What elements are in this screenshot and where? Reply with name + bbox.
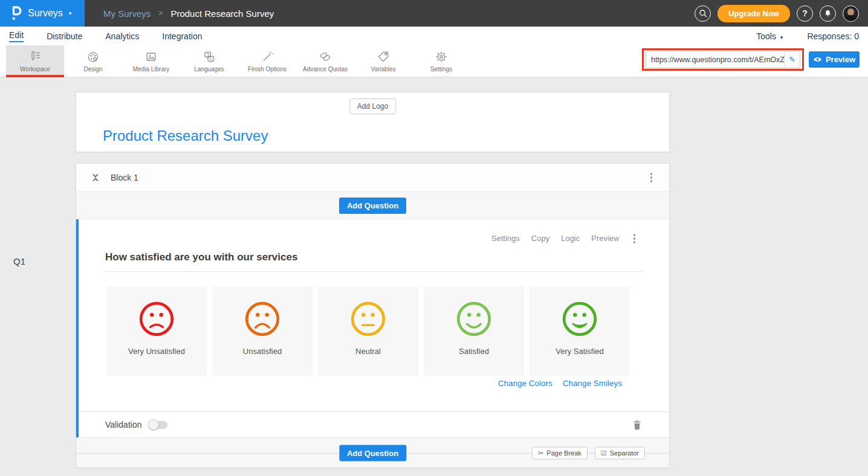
add-logo-button[interactable]: Add Logo xyxy=(349,98,396,114)
checkbox-checked-icon: ☑ xyxy=(601,449,607,457)
link-icon xyxy=(319,50,332,63)
tools-label: Tools xyxy=(756,31,776,41)
tools-dropdown[interactable]: Tools ▾ xyxy=(756,31,783,41)
upgrade-now-button[interactable]: Upgrade Now xyxy=(717,5,790,22)
question-text[interactable]: How satisfied are you with our services xyxy=(105,251,297,263)
top-bar: Surveys ▾ My Surveys > Product Research … xyxy=(0,0,868,27)
workspace-canvas: Q1 Add Logo Product Research Survey Bloc… xyxy=(0,77,868,476)
tag-icon xyxy=(377,50,390,63)
separator-button[interactable]: ☑ Separator xyxy=(595,446,645,459)
tab-label: Variables xyxy=(371,66,396,72)
block-title[interactable]: Block 1 xyxy=(111,173,138,182)
survey-link-url[interactable]: https://www.questionpro.com/t/AEmOxZ xyxy=(646,56,784,64)
add-question-strip: Add Question xyxy=(76,192,669,219)
chevron-down-icon: ▾ xyxy=(69,10,72,16)
tab-label: Languages xyxy=(194,66,224,72)
tab-settings[interactable]: Settings xyxy=(412,45,470,77)
block-footer: Add Question ✂ Page Break ☑ Separator xyxy=(76,437,669,468)
nav-item-edit[interactable]: Edit xyxy=(9,30,24,42)
surveys-dropdown[interactable]: Surveys ▾ xyxy=(0,0,85,27)
page-break-label: Page Break xyxy=(546,449,581,457)
preview-label: Preview xyxy=(826,55,855,64)
edit-link-button[interactable]: ✎ xyxy=(784,51,800,68)
pencil-icon: ✎ xyxy=(789,55,795,64)
smiley-mouth xyxy=(256,324,270,327)
tab-advance-quotas[interactable]: Advance Quotas xyxy=(296,45,354,77)
product-name: Surveys xyxy=(28,8,63,19)
workspace-icon xyxy=(28,50,42,63)
smiley-very-satisfied-icon xyxy=(560,299,600,339)
add-question-button-bottom[interactable]: Add Question xyxy=(339,445,406,461)
block-menu-kebab-icon[interactable] xyxy=(648,170,655,185)
search-button[interactable] xyxy=(695,5,711,22)
breadcrumb-current: Product Research Survey xyxy=(170,8,274,19)
option-label: Satisfied xyxy=(459,347,489,356)
smiley-neutral-icon xyxy=(348,299,388,339)
question-settings-link[interactable]: Settings xyxy=(491,234,520,243)
tab-label: Workspace xyxy=(20,66,50,72)
tab-workspace[interactable]: Workspace xyxy=(6,45,64,77)
smiley-unsatisfied-icon xyxy=(242,299,282,339)
smiley-option-very-unsatisfied[interactable]: Very Unsatisfied xyxy=(106,286,207,376)
tab-variables[interactable]: Variables xyxy=(354,45,412,77)
bell-icon xyxy=(823,8,832,18)
separator-label: Separator xyxy=(610,449,639,457)
nav-right: Tools ▾ Responses: 0 xyxy=(756,31,859,41)
option-label: Very Satisfied xyxy=(555,347,604,356)
survey-link-field[interactable]: https://www.questionpro.com/t/AEmOxZ ✎ xyxy=(646,51,800,68)
gear-icon xyxy=(435,50,448,63)
change-colors-link[interactable]: Change Colors xyxy=(498,379,552,388)
smiley-mouth xyxy=(467,324,481,327)
svg-text:文: 文 xyxy=(207,52,210,56)
change-smileys-link[interactable]: Change Smileys xyxy=(563,379,622,388)
question-menu-kebab-icon[interactable] xyxy=(631,231,638,246)
tab-label: Design xyxy=(83,66,102,72)
smiley-option-satisfied[interactable]: Satisfied xyxy=(424,286,524,376)
eye-icon xyxy=(813,56,822,63)
nav-item-distribute[interactable]: Distribute xyxy=(47,31,82,41)
validation-toggle[interactable] xyxy=(149,421,167,429)
block-container: Block 1 Add Question Settings Copy Logic… xyxy=(76,163,670,468)
search-icon xyxy=(698,8,708,18)
tab-label: Media Library xyxy=(133,66,170,72)
survey-nav: Edit Distribute Analytics Integration To… xyxy=(0,27,868,45)
nav-item-integration[interactable]: Integration xyxy=(162,31,202,41)
toggle-knob xyxy=(148,419,159,430)
question-preview-link[interactable]: Preview xyxy=(591,234,619,243)
add-question-button[interactable]: Add Question xyxy=(339,198,406,214)
trash-icon[interactable] xyxy=(632,419,643,431)
question-copy-link[interactable]: Copy xyxy=(531,234,549,243)
nav-item-analytics[interactable]: Analytics xyxy=(105,31,139,41)
tab-languages[interactable]: 文 A Languages xyxy=(180,45,238,77)
preview-button[interactable]: Preview xyxy=(809,51,860,68)
survey-title[interactable]: Product Research Survey xyxy=(103,127,268,144)
smiley-option-neutral[interactable]: Neutral xyxy=(318,286,418,376)
smiley-very-unsatisfied-icon xyxy=(137,299,177,339)
avatar-face xyxy=(847,8,854,16)
help-button[interactable]: ? xyxy=(797,5,813,22)
tab-finish-options[interactable]: Finish Options xyxy=(238,45,296,77)
question-actions: Settings Copy Logic Preview xyxy=(491,231,638,246)
survey-header-card: Add Logo Product Research Survey xyxy=(76,92,670,152)
smiley-option-very-satisfied[interactable]: Very Satisfied xyxy=(530,286,630,376)
magic-wand-icon xyxy=(261,50,274,63)
notifications-button[interactable] xyxy=(820,5,836,22)
smiley-customize-links: Change Colors Change Smileys xyxy=(498,379,622,388)
svg-text:A: A xyxy=(210,57,212,60)
question-logic-link[interactable]: Logic xyxy=(561,234,580,243)
collapse-icon[interactable] xyxy=(91,173,100,182)
avatar[interactable] xyxy=(843,5,859,22)
question-mark-icon: ? xyxy=(802,8,808,18)
tab-media-library[interactable]: Media Library xyxy=(122,45,180,77)
breadcrumb-parent[interactable]: My Surveys xyxy=(103,8,151,19)
tab-design[interactable]: Design xyxy=(64,45,122,77)
smiley-option-unsatisfied[interactable]: Unsatisfied xyxy=(212,286,313,376)
question-number-label: Q1 xyxy=(13,256,25,266)
edit-toolbar: Workspace Design Media Library 文 A Langu… xyxy=(0,45,868,77)
avatar-shoulders xyxy=(844,15,857,22)
questionpro-logo xyxy=(10,5,22,21)
tab-label: Advance Quotas xyxy=(303,66,348,72)
breadcrumb-separator-icon: > xyxy=(158,9,163,18)
page-break-button[interactable]: ✂ Page Break xyxy=(532,446,588,459)
smiley-satisfied-icon xyxy=(454,299,494,339)
